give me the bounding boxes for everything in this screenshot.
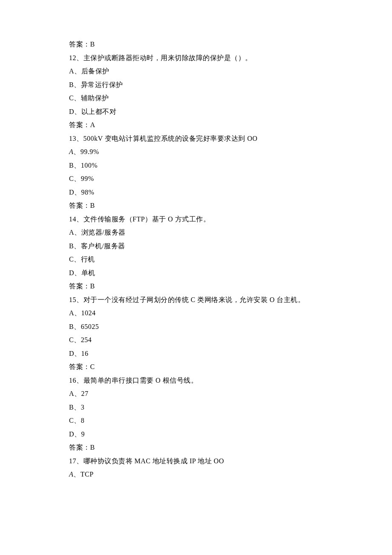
text-line: B、3: [69, 401, 325, 414]
line-remainder: 、99.9%: [73, 148, 99, 155]
text-line: A、浏览器/服务器: [69, 226, 325, 239]
text-line: 15、对于一个没有经过子网划分的传统 C 类网络来说，允许安装 O 台主机。: [69, 293, 325, 307]
text-line: D、以上都不对: [69, 105, 325, 119]
text-line: 答案：B: [69, 199, 325, 212]
text-line: C、99%: [69, 172, 325, 186]
text-line: B、65025: [69, 320, 325, 334]
text-line: B、客户机/服务器: [69, 239, 325, 253]
text-line: 答案：B: [69, 441, 325, 454]
document-content: 答案：B 12、主保护或断路器拒动时，用来切除故障的保护是（）。 A、后备保护 …: [69, 38, 325, 481]
line-remainder: 、TCP: [73, 471, 93, 478]
text-line: 答案：B: [69, 38, 325, 51]
text-line: 14、文件传输服务（FTP）基于 O 方式工作。: [69, 212, 325, 226]
text-line: C、254: [69, 333, 325, 347]
text-line: 答案：C: [69, 360, 325, 374]
text-line: A、后备保护: [69, 64, 325, 78]
text-line: B、异常运行保护: [69, 78, 325, 92]
text-line: D、16: [69, 347, 325, 360]
text-line: 13、500kV 变电站计算机监控系统的设备完好率要求达到 OO: [69, 132, 325, 145]
text-line: 12、主保护或断路器拒动时，用来切除故障的保护是（）。: [69, 51, 325, 65]
italic-prefix: A: [69, 471, 73, 478]
text-line: A、99.9%: [69, 145, 325, 159]
text-line: 17、哪种协议负责将 MAC 地址转换成 IP 地址 OO: [69, 454, 325, 468]
text-line: D、9: [69, 427, 325, 441]
text-line: 答案：B: [69, 279, 325, 293]
text-line: 答案：A: [69, 118, 325, 132]
text-line: A、27: [69, 387, 325, 401]
text-line: B、100%: [69, 159, 325, 172]
text-line: A、1024: [69, 306, 325, 320]
text-line: D、98%: [69, 186, 325, 199]
italic-prefix: A: [69, 148, 73, 155]
text-line: C、行机: [69, 253, 325, 266]
text-line: C、8: [69, 414, 325, 427]
text-line: D、单机: [69, 266, 325, 280]
text-line: 16、最简单的串行接口需要 O 根信号线。: [69, 374, 325, 387]
text-line: C、辅助保护: [69, 91, 325, 105]
text-line: A、TCP: [69, 468, 325, 481]
